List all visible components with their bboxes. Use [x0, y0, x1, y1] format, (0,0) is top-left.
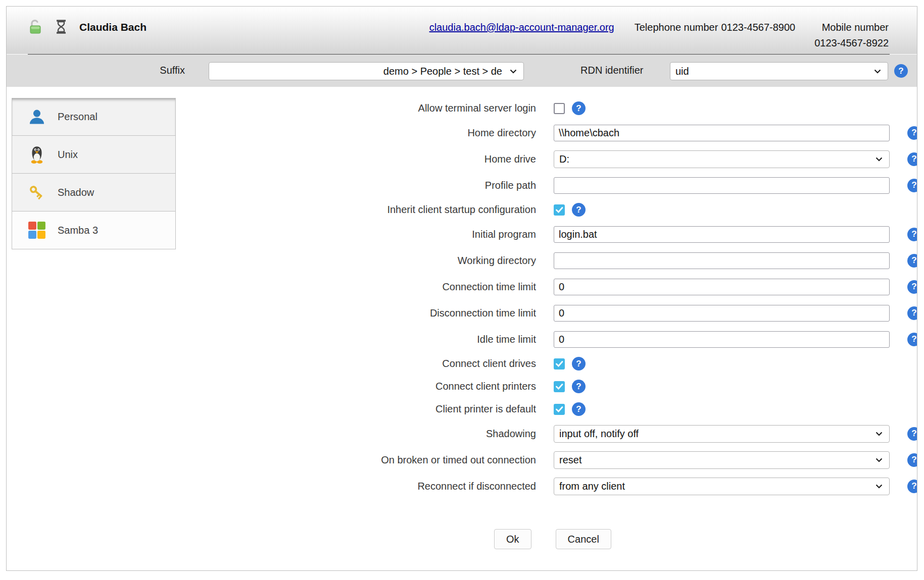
form-row: Idle time limit ?	[182, 326, 917, 352]
account-name: Claudia Bach	[79, 20, 147, 35]
field-label: Reconnect if disconnected	[182, 481, 536, 492]
rdn-identifier-select[interactable]: uid	[670, 62, 888, 80]
ok-button[interactable]: Ok	[494, 529, 531, 549]
help-icon[interactable]: ?	[907, 453, 917, 467]
field-label: Connect client printers	[182, 381, 536, 392]
select-value: D:	[559, 153, 569, 165]
tab-unix[interactable]: Unix	[12, 136, 176, 174]
home-directory-input[interactable]	[554, 125, 890, 141]
tab-personal[interactable]: Personal	[12, 98, 176, 136]
chevron-down-icon	[876, 484, 883, 489]
content-area: Personal Unix	[7, 87, 917, 571]
reconnect-select[interactable]: from any client	[554, 478, 890, 495]
help-icon[interactable]: ?	[907, 152, 917, 166]
select-value: reset	[559, 454, 581, 466]
help-icon[interactable]: ?	[572, 402, 586, 416]
tux-penguin-icon	[27, 145, 46, 164]
samba-terminal-server-form: Allow terminal server login ? Home direc…	[182, 97, 917, 499]
help-icon[interactable]: ?	[572, 380, 586, 393]
help-icon[interactable]: ?	[894, 64, 908, 78]
tab-shadow[interactable]: Shadow	[12, 174, 176, 212]
tab-label: Shadow	[58, 187, 94, 198]
email-link[interactable]: claudia.bach@ldap-account-manager.org	[429, 20, 614, 35]
select-value: from any client	[559, 481, 625, 492]
cancel-button[interactable]: Cancel	[556, 529, 611, 549]
form-row: Inherit client startup configuration ?	[182, 198, 917, 221]
suffix-select-value: demo > People > test > de	[383, 66, 502, 77]
help-icon[interactable]: ?	[572, 101, 586, 115]
form-row: Allow terminal server login ?	[182, 97, 917, 120]
tab-label: Unix	[58, 149, 78, 161]
help-icon[interactable]: ?	[572, 203, 586, 217]
chevron-down-icon	[876, 458, 883, 462]
chevron-down-icon	[510, 69, 517, 74]
help-icon[interactable]: ?	[907, 179, 917, 192]
suffix-select[interactable]: demo > People > test > de	[209, 62, 524, 80]
client-printer-default-checkbox[interactable]	[554, 404, 565, 415]
field-label: Inherit client startup configuration	[182, 204, 536, 216]
mobile-value: 0123-4567-8922	[814, 35, 889, 51]
field-label: Home drive	[182, 153, 536, 165]
chevron-down-icon	[876, 157, 883, 162]
shadowing-select[interactable]: input off, notify off	[554, 425, 890, 443]
help-icon[interactable]: ?	[907, 126, 917, 140]
chevron-down-icon	[874, 69, 881, 74]
help-icon[interactable]: ?	[907, 254, 917, 268]
form-row: Connection time limit ?	[182, 274, 917, 300]
connect-client-printers-checkbox[interactable]	[554, 381, 565, 392]
profile-path-input[interactable]	[554, 177, 890, 194]
form-row: Initial program ?	[182, 221, 917, 247]
help-icon[interactable]: ?	[907, 333, 917, 346]
disconnection-time-limit-input[interactable]	[554, 305, 890, 322]
form-row: Profile path ?	[182, 172, 917, 198]
help-icon[interactable]: ?	[907, 280, 917, 294]
help-icon[interactable]: ?	[907, 427, 917, 441]
idle-time-limit-input[interactable]	[554, 331, 890, 348]
home-drive-select[interactable]: D:	[554, 150, 890, 168]
form-row: Home drive D: ?	[182, 146, 917, 172]
help-icon[interactable]: ?	[907, 306, 917, 320]
form-row: Connect client drives ?	[182, 352, 917, 375]
form-row: Connect client printers ?	[182, 375, 917, 398]
form-row: Client printer is default ?	[182, 398, 917, 420]
field-label: Idle time limit	[182, 334, 536, 345]
initial-program-input[interactable]	[554, 226, 890, 243]
rdn-identifier-label: RDN identifier	[580, 65, 643, 76]
field-label: Disconnection time limit	[182, 307, 536, 319]
inherit-client-startup-checkbox[interactable]	[554, 204, 565, 216]
form-row: Home directory ?	[182, 120, 917, 146]
telephone-value: 0123-4567-8900	[721, 22, 795, 33]
field-label: Profile path	[182, 180, 536, 191]
module-tabs-sidebar: Personal Unix	[12, 98, 176, 249]
connect-client-drives-checkbox[interactable]	[554, 358, 565, 370]
field-label: Allow terminal server login	[182, 102, 536, 114]
help-icon[interactable]: ?	[907, 228, 917, 241]
hourglass-icon	[55, 19, 67, 37]
help-icon[interactable]: ?	[572, 357, 586, 371]
field-label: Shadowing	[182, 428, 536, 440]
connection-time-limit-input[interactable]	[554, 279, 890, 295]
broken-connection-select[interactable]: reset	[554, 451, 890, 469]
help-icon[interactable]: ?	[907, 480, 917, 493]
form-buttons: Ok Cancel	[494, 529, 611, 549]
mobile-number: Mobile number 0123-4567-8922	[814, 20, 889, 51]
tab-label: Personal	[58, 111, 98, 123]
field-label: Client printer is default	[182, 403, 536, 415]
telephone-number: Telephone number0123-4567-8900	[635, 20, 795, 35]
form-row: Reconnect if disconnected from any clien…	[182, 473, 917, 499]
allow-terminal-login-checkbox[interactable]	[554, 103, 565, 114]
form-row: Disconnection time limit ?	[182, 300, 917, 326]
field-label: Working directory	[182, 255, 536, 267]
form-row: On broken or timed out connection reset …	[182, 447, 917, 473]
tab-samba3[interactable]: Samba 3	[12, 212, 176, 249]
key-icon	[27, 183, 46, 202]
windows-logo-icon	[27, 221, 46, 240]
form-row: Working directory ?	[182, 247, 917, 274]
mobile-label: Mobile number	[822, 20, 889, 35]
working-directory-input[interactable]	[554, 252, 890, 269]
field-label: Connect client drives	[182, 358, 536, 370]
suffix-bar: Suffix demo > People > test > de RDN ide…	[7, 55, 917, 87]
title-bar: Claudia Bach claudia.bach@ldap-account-m…	[7, 7, 917, 54]
telephone-label: Telephone number	[635, 22, 718, 33]
form-row: Shadowing input off, notify off ?	[182, 420, 917, 447]
